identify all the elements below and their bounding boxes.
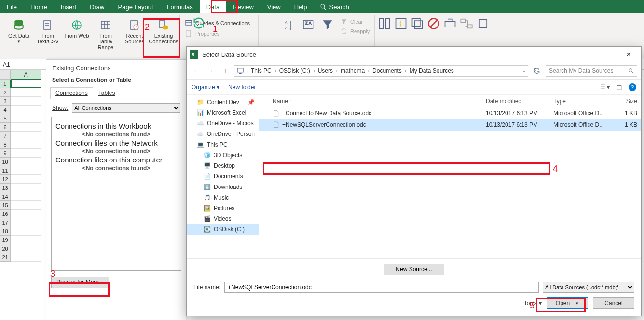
cell[interactable] xyxy=(11,123,41,132)
row-header[interactable]: 15 xyxy=(0,201,11,210)
cell[interactable] xyxy=(11,166,41,175)
row-header[interactable]: 11 xyxy=(0,166,11,175)
tree-item[interactable]: 📁Content Dev📌 xyxy=(187,97,259,107)
tab-data[interactable]: Data xyxy=(200,0,226,13)
row-header[interactable]: 10 xyxy=(0,158,11,166)
browse-for-more-button[interactable]: Browse for More... xyxy=(51,277,109,288)
flash-fill-icon[interactable] xyxy=(394,15,408,32)
preview-pane-button[interactable]: ◫ xyxy=(617,84,622,91)
view-mode-button[interactable]: ☰ ▾ xyxy=(600,84,610,91)
cell[interactable] xyxy=(11,184,41,192)
row-header[interactable]: 1 xyxy=(0,80,11,88)
tree-item[interactable]: 📄Documents xyxy=(187,171,259,182)
from-table-range-button[interactable]: From Table/ Range xyxy=(93,15,119,50)
tree-item[interactable]: 💻This PC xyxy=(187,139,259,150)
filter-button[interactable] xyxy=(319,15,336,31)
cell[interactable] xyxy=(11,175,41,184)
manage-data-model-icon[interactable] xyxy=(476,15,490,32)
cell[interactable] xyxy=(11,253,41,262)
ribbon-search[interactable]: Search xyxy=(314,3,355,11)
relationships-icon[interactable] xyxy=(460,15,473,32)
folder-tree[interactable]: 📁Content Dev📌📊Microsoft Excel☁️OneDrive … xyxy=(187,95,259,258)
tree-item[interactable]: 🖼️Pictures xyxy=(187,203,259,213)
refresh-button[interactable] xyxy=(531,65,543,77)
cell[interactable] xyxy=(11,149,41,158)
row-header[interactable]: 21 xyxy=(0,253,11,262)
new-source-button[interactable]: New Source... xyxy=(384,264,444,275)
tree-item[interactable]: 💽OSDisk (C:) xyxy=(187,224,259,235)
tab-formulas[interactable]: Formulas xyxy=(160,0,200,13)
new-folder-button[interactable]: New folder xyxy=(228,84,256,91)
row-header[interactable]: 7 xyxy=(0,132,11,140)
organize-button[interactable]: Organize ▾ xyxy=(192,84,219,91)
address-bar[interactable]: ›This PC ›OSDisk (C:) ›Users ›mathoma ›D… xyxy=(234,65,528,77)
file-columns-header[interactable]: Name ˄ Date modified Type Size xyxy=(259,95,641,107)
column-header-a[interactable]: A xyxy=(11,70,41,80)
row-header[interactable]: 8 xyxy=(0,140,11,149)
data-validation-icon[interactable] xyxy=(427,15,440,32)
cell[interactable] xyxy=(11,227,41,236)
tree-item[interactable]: 🧊3D Objects xyxy=(187,150,259,160)
cell[interactable] xyxy=(11,244,41,253)
cell[interactable] xyxy=(11,210,41,218)
tab-view[interactable]: View xyxy=(260,0,288,13)
from-text-csv-button[interactable]: From Text/CSV xyxy=(35,15,61,44)
from-web-button[interactable]: From Web xyxy=(64,15,90,39)
tab-file[interactable]: File xyxy=(0,0,24,13)
existing-connections-button[interactable]: Existing Connections xyxy=(151,15,177,44)
cell[interactable] xyxy=(11,236,41,244)
name-box[interactable]: A1 xyxy=(0,61,41,68)
row-header[interactable]: 12 xyxy=(0,175,11,184)
tab-review[interactable]: Review xyxy=(226,0,260,13)
pane-tab-tables[interactable]: Tables xyxy=(93,87,121,99)
dialog-close-button[interactable]: ✕ xyxy=(619,51,638,58)
row-header[interactable]: 19 xyxy=(0,236,11,244)
row-header[interactable]: 17 xyxy=(0,218,11,227)
tree-item[interactable]: ☁️OneDrive - Person xyxy=(187,129,259,139)
nav-up-button[interactable]: ↑ xyxy=(219,65,231,77)
tab-help[interactable]: Help xyxy=(288,0,314,13)
row-header[interactable]: 9 xyxy=(0,149,11,158)
show-dropdown[interactable]: All Connections xyxy=(72,103,180,113)
cell[interactable] xyxy=(11,192,41,201)
dialog-search[interactable]: Search My Data Sources xyxy=(546,65,637,77)
cell[interactable] xyxy=(11,106,41,114)
row-header[interactable]: 5 xyxy=(0,114,11,123)
tree-item[interactable]: 🎬Videos xyxy=(187,213,259,224)
consolidate-icon[interactable] xyxy=(443,15,457,32)
row-header[interactable]: 13 xyxy=(0,184,11,192)
dialog-titlebar[interactable]: X Select Data Source ✕ xyxy=(187,47,641,62)
sort-za-button[interactable]: Z A xyxy=(300,15,316,31)
sort-az-button[interactable]: AZ xyxy=(281,15,297,35)
cancel-button[interactable]: Cancel xyxy=(593,297,634,309)
cell[interactable] xyxy=(11,218,41,227)
cell[interactable] xyxy=(11,201,41,210)
row-header[interactable]: 16 xyxy=(0,210,11,218)
tab-insert[interactable]: Insert xyxy=(54,0,83,13)
tab-draw[interactable]: Draw xyxy=(83,0,111,13)
nav-forward-button[interactable]: → xyxy=(205,65,217,77)
tools-dropdown[interactable]: Tools ▾ xyxy=(524,300,542,307)
recent-sources-button[interactable]: Recent Sources xyxy=(122,15,148,44)
row-header[interactable]: 14 xyxy=(0,192,11,201)
text-to-columns-icon[interactable] xyxy=(378,15,391,32)
row-header[interactable]: 6 xyxy=(0,123,11,132)
file-row[interactable]: +Connect to New Data Source.odc10/13/201… xyxy=(259,107,641,119)
tab-page-layout[interactable]: Page Layout xyxy=(111,0,160,13)
row-header[interactable]: 3 xyxy=(0,97,11,106)
tree-item[interactable]: ☁️OneDrive - Micros xyxy=(187,118,259,129)
file-name-input[interactable] xyxy=(224,282,539,293)
tree-item[interactable]: 🖥️Desktop xyxy=(187,160,259,171)
tree-item[interactable]: 📊Microsoft Excel xyxy=(187,107,259,118)
row-header[interactable]: 18 xyxy=(0,227,11,236)
clear-filter-button[interactable]: Clear xyxy=(339,17,371,26)
row-header[interactable]: 2 xyxy=(0,88,11,97)
nav-back-button[interactable]: ← xyxy=(191,65,202,77)
reapply-button[interactable]: Reapply xyxy=(339,27,371,36)
tab-home[interactable]: Home xyxy=(24,0,54,13)
cell[interactable] xyxy=(11,88,41,97)
help-button[interactable]: ? xyxy=(629,83,636,91)
select-all-corner[interactable] xyxy=(0,70,11,80)
open-button[interactable]: Open ▼ xyxy=(547,297,588,309)
refresh-all-button[interactable] xyxy=(192,16,206,31)
